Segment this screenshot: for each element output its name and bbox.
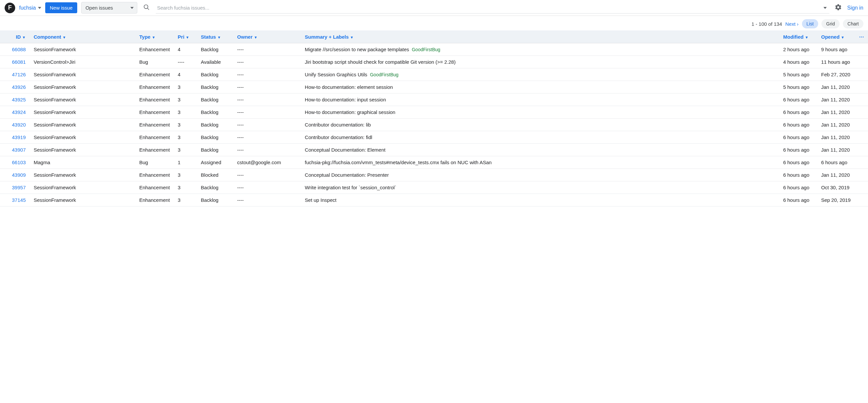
cell-component: SessionFramework bbox=[30, 169, 135, 181]
cell-opened: Feb 27, 2020 bbox=[817, 68, 855, 81]
cell-type: Bug bbox=[135, 56, 174, 68]
col-header-modified[interactable]: Modified▼ bbox=[779, 30, 817, 43]
cell-more bbox=[855, 169, 868, 181]
cell-modified: 5 hours ago bbox=[779, 81, 817, 93]
cell-id: 43920 bbox=[0, 119, 30, 131]
cell-modified: 6 hours ago bbox=[779, 93, 817, 106]
table-row[interactable]: 43925SessionFrameworkEnhancement3Backlog… bbox=[0, 93, 868, 106]
col-header-type[interactable]: Type▼ bbox=[135, 30, 174, 43]
issue-id-link[interactable]: 39957 bbox=[12, 185, 26, 190]
cell-id: 66088 bbox=[0, 43, 30, 56]
cell-modified: 4 hours ago bbox=[779, 56, 817, 68]
cell-status: Blocked bbox=[197, 169, 233, 181]
cell-owner: ---- bbox=[233, 93, 301, 106]
cell-type: Enhancement bbox=[135, 181, 174, 194]
cell-owner: ---- bbox=[233, 106, 301, 119]
cell-owner: ---- bbox=[233, 169, 301, 181]
table-row[interactable]: 43926SessionFrameworkEnhancement3Backlog… bbox=[0, 81, 868, 93]
pager-text: 1 - 100 of 134 bbox=[751, 21, 782, 27]
search-input[interactable] bbox=[156, 2, 829, 13]
issue-id-link[interactable]: 66103 bbox=[12, 160, 26, 165]
cell-pri: 3 bbox=[174, 106, 197, 119]
issue-id-link[interactable]: 37145 bbox=[12, 197, 26, 203]
project-selector[interactable]: fuchsia bbox=[19, 5, 41, 11]
summary-text: Jiri bootstrap script should check for c… bbox=[305, 59, 456, 65]
caret-down-icon[interactable] bbox=[824, 5, 827, 10]
issue-id-link[interactable]: 43926 bbox=[12, 84, 26, 90]
label-chip[interactable]: GoodFirstBug bbox=[370, 72, 398, 77]
cell-component: SessionFramework bbox=[30, 68, 135, 81]
col-header-more[interactable]: ⋯ bbox=[855, 30, 868, 43]
table-row[interactable]: 43907SessionFrameworkEnhancement3Backlog… bbox=[0, 144, 868, 156]
summary-text: Conceptual Documentation: Presenter bbox=[305, 172, 389, 178]
cell-more bbox=[855, 131, 868, 144]
issue-id-link[interactable]: 47126 bbox=[12, 72, 26, 77]
label-chip[interactable]: GoodFirstBug bbox=[412, 47, 440, 52]
issue-id-link[interactable]: 43907 bbox=[12, 147, 26, 153]
table-row[interactable]: 47126SessionFrameworkEnhancement4Backlog… bbox=[0, 68, 868, 81]
cell-more bbox=[855, 106, 868, 119]
view-chart-button[interactable]: Chart bbox=[843, 19, 863, 28]
cell-opened: Jan 11, 2020 bbox=[817, 131, 855, 144]
col-header-component[interactable]: Component▼ bbox=[30, 30, 135, 43]
topbar: F fuchsia New issue Open issues Sign in bbox=[0, 0, 868, 16]
table-row[interactable]: 66081VersionControl>JiriBug----Available… bbox=[0, 56, 868, 68]
col-header-status[interactable]: Status▼ bbox=[197, 30, 233, 43]
cell-summary: Write integration test for `session_cont… bbox=[301, 181, 779, 194]
cell-owner: ---- bbox=[233, 119, 301, 131]
search-icon bbox=[141, 4, 152, 11]
issue-id-link[interactable]: 43919 bbox=[12, 135, 26, 140]
issue-id-link[interactable]: 43920 bbox=[12, 122, 26, 127]
col-header-opened[interactable]: Opened▼ bbox=[817, 30, 855, 43]
col-header-summary[interactable]: Summary + Labels▼ bbox=[301, 30, 779, 43]
table-row[interactable]: 66103MagmaBug1Assignedcstout@google.comf… bbox=[0, 156, 868, 169]
cell-status: Backlog bbox=[197, 81, 233, 93]
table-row[interactable]: 43920SessionFrameworkEnhancement3Backlog… bbox=[0, 119, 868, 131]
col-header-owner[interactable]: Owner▼ bbox=[233, 30, 301, 43]
view-grid-button[interactable]: Grid bbox=[822, 19, 839, 28]
table-row[interactable]: 66088SessionFrameworkEnhancement4Backlog… bbox=[0, 43, 868, 56]
project-logo[interactable]: F bbox=[5, 3, 15, 13]
caret-down-icon bbox=[38, 5, 41, 11]
issue-id-link[interactable]: 43909 bbox=[12, 172, 26, 178]
cell-pri: 3 bbox=[174, 131, 197, 144]
col-header-pri[interactable]: Pri▼ bbox=[174, 30, 197, 43]
search-wrap bbox=[156, 2, 829, 13]
cell-opened: 11 hours ago bbox=[817, 56, 855, 68]
cell-owner: ---- bbox=[233, 68, 301, 81]
new-issue-button[interactable]: New issue bbox=[45, 2, 77, 13]
issue-id-link[interactable]: 66088 bbox=[12, 47, 26, 52]
cell-id: 43925 bbox=[0, 93, 30, 106]
next-page-link[interactable]: Next › bbox=[785, 21, 799, 27]
cell-summary: Conceptual Documentation: Element bbox=[301, 144, 779, 156]
issue-id-link[interactable]: 66081 bbox=[12, 59, 26, 65]
issue-id-link[interactable]: 43924 bbox=[12, 109, 26, 115]
cell-pri: ---- bbox=[174, 56, 197, 68]
cell-opened: Oct 30, 2019 bbox=[817, 181, 855, 194]
cell-id: 66103 bbox=[0, 156, 30, 169]
col-header-id[interactable]: ID▼ bbox=[0, 30, 30, 43]
table-row[interactable]: 37145SessionFrameworkEnhancement3Backlog… bbox=[0, 194, 868, 206]
cell-status: Backlog bbox=[197, 93, 233, 106]
caret-down-icon: ▼ bbox=[22, 35, 26, 39]
cell-id: 39957 bbox=[0, 181, 30, 194]
svg-point-0 bbox=[144, 5, 148, 9]
view-list-button[interactable]: List bbox=[802, 19, 818, 28]
cell-pri: 4 bbox=[174, 68, 197, 81]
issue-id-link[interactable]: 43925 bbox=[12, 97, 26, 103]
table-row[interactable]: 43919SessionFrameworkEnhancement3Backlog… bbox=[0, 131, 868, 144]
cell-summary: How-to documentation: element session bbox=[301, 81, 779, 93]
table-row[interactable]: 43909SessionFrameworkEnhancement3Blocked… bbox=[0, 169, 868, 181]
summary-text: Unify Session Graphics Utils bbox=[305, 72, 367, 77]
summary-text: Contributor documentation: lib bbox=[305, 122, 371, 127]
signin-link[interactable]: Sign in bbox=[847, 5, 863, 11]
summary-text: Set up Inspect bbox=[305, 197, 337, 203]
table-row[interactable]: 39957SessionFrameworkEnhancement3Backlog… bbox=[0, 181, 868, 194]
table-row[interactable]: 43924SessionFrameworkEnhancement3Backlog… bbox=[0, 106, 868, 119]
cell-component: SessionFramework bbox=[30, 43, 135, 56]
gear-icon[interactable] bbox=[833, 2, 843, 13]
cell-status: Backlog bbox=[197, 106, 233, 119]
cell-id: 47126 bbox=[0, 68, 30, 81]
cell-component: SessionFramework bbox=[30, 131, 135, 144]
issue-filter-select[interactable]: Open issues bbox=[81, 2, 137, 13]
